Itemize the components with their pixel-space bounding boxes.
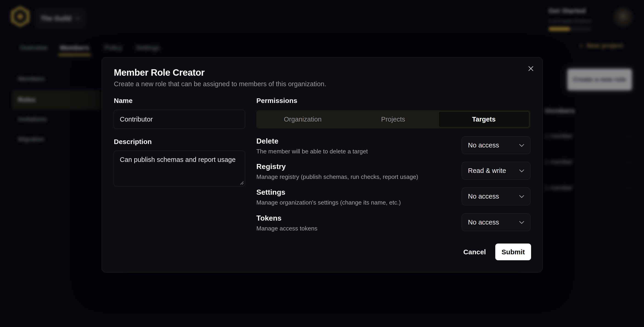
chevron-down-icon — [519, 195, 524, 198]
tab-projects[interactable]: Projects — [348, 111, 438, 127]
org-selector-button[interactable]: The Guild — [35, 8, 86, 28]
member-count-label: 1 member — [544, 184, 572, 191]
member-row[interactable]: 1 member ··· — [544, 149, 633, 175]
tab-organization[interactable]: Organization — [258, 111, 348, 127]
tab-settings[interactable]: Settings — [136, 43, 160, 52]
chevron-down-icon — [519, 169, 524, 172]
permission-row-tokens: Tokens Manage access tokens No access — [256, 214, 530, 236]
select-value: No access — [468, 141, 499, 149]
member-row[interactable]: 1 member ··· — [544, 175, 633, 201]
permission-row-settings: Settings Manage organization's settings … — [256, 188, 530, 211]
member-count-label: 1 member — [544, 133, 572, 140]
sidebar-item-migration[interactable]: Migration — [18, 135, 44, 144]
overflow-menu-icon[interactable]: ··· — [625, 133, 633, 140]
get-started-progressbar — [548, 27, 592, 31]
cancel-button[interactable]: Cancel — [459, 244, 490, 260]
get-started-progress-fill — [548, 27, 570, 31]
dialog-title: Member Role Creator — [114, 67, 204, 78]
chevron-down-icon — [519, 221, 524, 224]
tab-policy[interactable]: Policy — [104, 43, 122, 52]
tab-targets[interactable]: Targets — [438, 111, 529, 127]
org-name: The Guild — [40, 15, 72, 22]
members-list: 1 member ··· 1 member ··· 1 member ··· — [544, 123, 633, 201]
permission-title: Tokens — [256, 214, 282, 222]
tokens-access-select[interactable]: No access — [462, 214, 530, 231]
members-panel-heading: Members — [544, 107, 575, 115]
permission-description: Manage registry (publish schemas, run ch… — [256, 173, 418, 180]
get-started-title: Get Started — [548, 7, 594, 15]
settings-access-select[interactable]: No access — [462, 188, 530, 205]
sidebar-item-invitations[interactable]: Invitations — [18, 115, 47, 124]
registry-access-select[interactable]: Read & write — [462, 162, 530, 180]
member-role-creator-dialog: Member Role Creator Create a new role th… — [102, 57, 542, 273]
chevron-down-icon — [519, 144, 524, 147]
sidebar-item-members[interactable]: Members — [18, 74, 45, 83]
plus-icon: + — [579, 42, 584, 49]
sidebar-item-roles[interactable]: Roles — [18, 95, 35, 104]
description-textarea[interactable]: Can publish schemas and report usage — [114, 151, 245, 186]
select-value: No access — [468, 219, 499, 226]
overflow-menu-icon[interactable]: ··· — [625, 184, 633, 191]
select-value: No access — [468, 193, 499, 200]
permission-row-delete: Delete The member will be able to delete… — [256, 136, 530, 159]
permission-description: The member will be able to delete a targ… — [256, 148, 368, 155]
permission-description: Manage access tokens — [256, 225, 318, 232]
app-screen: The Guild Overview Members Policy Settin… — [0, 0, 644, 327]
close-icon — [528, 65, 534, 72]
get-started-subtitle: 4 of 8 tasks finished — [548, 18, 594, 24]
permission-title: Delete — [256, 137, 278, 145]
dialog-subtitle: Create a new role that can be assigned t… — [114, 80, 326, 88]
permissions-label: Permissions — [256, 97, 297, 105]
permission-title: Registry — [256, 162, 286, 171]
permission-row-registry: Registry Manage registry (publish schema… — [256, 162, 530, 185]
overflow-menu-icon[interactable]: ··· — [625, 158, 633, 166]
select-value: Read & write — [468, 167, 506, 175]
permission-title: Settings — [256, 188, 285, 197]
member-count-label: 1 member — [544, 158, 572, 166]
create-role-button[interactable]: Create a new role — [567, 69, 632, 90]
chevron-down-icon — [75, 17, 80, 20]
user-avatar[interactable] — [613, 7, 633, 27]
tab-members[interactable]: Members — [60, 43, 89, 52]
new-project-label: New project — [586, 42, 623, 49]
description-label: Description — [114, 138, 152, 146]
permission-description: Manage organization's settings (change i… — [256, 199, 401, 206]
hive-logo-icon[interactable] — [11, 6, 30, 27]
tab-overview[interactable]: Overview — [20, 43, 48, 52]
name-label: Name — [114, 97, 133, 105]
submit-button[interactable]: Submit — [495, 244, 531, 260]
member-row[interactable]: 1 member ··· — [544, 123, 633, 149]
get-started-widget[interactable]: Get Started 4 of 8 tasks finished — [548, 7, 594, 31]
name-input[interactable] — [114, 110, 245, 129]
close-button[interactable] — [526, 63, 536, 74]
permission-scope-tabs: Organization Projects Targets — [256, 110, 530, 128]
new-project-button[interactable]: + New project — [579, 42, 623, 49]
delete-access-select[interactable]: No access — [462, 136, 530, 154]
